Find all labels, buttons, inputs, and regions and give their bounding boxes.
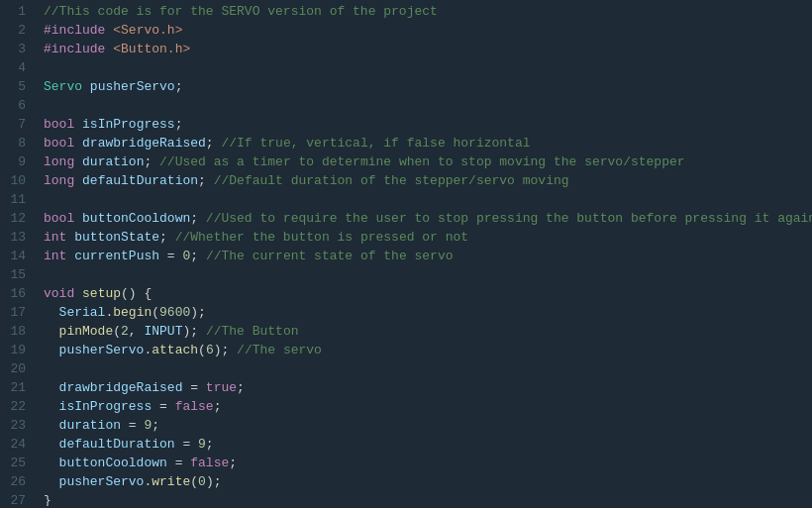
code-token: //The current state of the servo [206, 249, 454, 263]
line-number: 9 [8, 152, 26, 171]
code-token: ; [175, 117, 183, 132]
code-token: 0 [198, 474, 206, 489]
code-token [74, 136, 82, 151]
code-token: //Default duration of the stepper/servo … [214, 173, 569, 188]
code-token: buttonCooldown [59, 456, 167, 470]
code-line: duration = 9; [44, 416, 804, 435]
code-token: //Whether the button is pressed or not [175, 230, 468, 245]
line-number: 19 [8, 341, 26, 359]
code-token [74, 286, 82, 301]
code-token: pusherServo [59, 343, 145, 357]
code-token: 2 [121, 324, 129, 339]
code-token: true [206, 380, 237, 395]
line-number: 18 [8, 322, 26, 341]
code-token [44, 399, 59, 414]
code-token: = [152, 399, 174, 414]
code-token: = [167, 456, 190, 470]
code-token: ; [190, 249, 206, 263]
code-line: void setup() { [44, 284, 804, 303]
code-token: false [190, 456, 229, 470]
code-line: pusherServo.write(0); [44, 472, 804, 491]
code-line [44, 58, 804, 77]
code-line: isInProgress = false; [44, 397, 804, 416]
code-token: currentPush [74, 249, 159, 263]
line-number: 17 [8, 303, 26, 322]
code-token: ; [144, 154, 159, 169]
code-token: //If true, vertical, if false horizontal [221, 136, 530, 151]
code-token: ; [175, 79, 183, 94]
code-token: = [121, 418, 144, 433]
code-token: //This code is for the SERVO version of … [44, 4, 438, 19]
code-token: 9600 [159, 305, 190, 320]
code-token: duration [82, 154, 144, 169]
line-number: 15 [8, 265, 26, 284]
line-numbers: 1234567891011121314151617181920212223242… [0, 2, 36, 506]
line-number: 5 [8, 77, 26, 96]
code-token: Servo [44, 79, 82, 94]
code-line: bool drawbridgeRaised; //If true, vertic… [44, 134, 804, 152]
line-number: 24 [8, 435, 26, 454]
line-number: 20 [8, 359, 26, 378]
code-token: attach [152, 343, 198, 357]
code-token: ; [237, 380, 245, 395]
line-number: 22 [8, 397, 26, 416]
line-number: 7 [8, 115, 26, 134]
code-token [74, 211, 82, 226]
code-line: Serial.begin(9600); [44, 303, 804, 322]
code-token [44, 305, 59, 320]
line-number: 1 [8, 2, 26, 21]
code-token [44, 343, 59, 357]
code-token: int [44, 249, 66, 263]
code-line: long defaultDuration; //Default duration… [44, 171, 804, 190]
code-token: isInProgress [59, 399, 152, 414]
code-token: ; [229, 456, 237, 470]
code-token: () { [121, 286, 152, 301]
code-token: ; [159, 230, 175, 245]
code-token: ); [190, 305, 206, 320]
code-token: #include [44, 23, 105, 38]
code-token: long [44, 173, 74, 188]
line-number: 26 [8, 472, 26, 491]
code-content: //This code is for the SERVO version of … [36, 2, 812, 506]
code-token: = [159, 249, 182, 263]
code-token: buttonState [74, 230, 159, 245]
code-line: drawbridgeRaised = true; [44, 378, 804, 397]
line-number: 27 [8, 491, 26, 508]
code-token: ; [198, 173, 214, 188]
code-token: ); [214, 343, 237, 357]
code-token: ); [182, 324, 205, 339]
code-token: bool [44, 211, 74, 226]
code-token [74, 117, 82, 132]
code-line [44, 359, 804, 378]
code-token: defaultDuration [59, 437, 175, 452]
code-line: int buttonState; //Whether the button is… [44, 228, 804, 247]
code-token: write [152, 474, 190, 489]
code-token: Serial [59, 305, 106, 320]
code-editor: 1234567891011121314151617181920212223242… [0, 0, 812, 508]
code-token: //Used to require the user to stop press… [206, 211, 812, 226]
code-token: ); [206, 474, 222, 489]
code-token: ; [214, 399, 222, 414]
line-number: 2 [8, 21, 26, 40]
code-line: Servo pusherServo; [44, 77, 804, 96]
code-token: drawbridgeRaised [82, 136, 206, 151]
code-line: buttonCooldown = false; [44, 454, 804, 472]
code-token: ; [152, 418, 159, 433]
code-token: defaultDuration [82, 173, 198, 188]
code-token: pusherServo [90, 79, 175, 94]
code-token: bool [44, 117, 74, 132]
code-token: int [44, 230, 66, 245]
code-token: ( [113, 324, 121, 339]
code-token: //The Button [206, 324, 299, 339]
code-token [44, 418, 59, 433]
line-number: 16 [8, 284, 26, 303]
code-token: ( [190, 474, 198, 489]
code-token: , [129, 324, 145, 339]
code-token: #include [44, 42, 105, 56]
code-token: false [175, 399, 214, 414]
code-token: pinMode [59, 324, 114, 339]
code-line: defaultDuration = 9; [44, 435, 804, 454]
code-token: INPUT [144, 324, 182, 339]
code-token: ; [190, 211, 206, 226]
code-line [44, 265, 804, 284]
